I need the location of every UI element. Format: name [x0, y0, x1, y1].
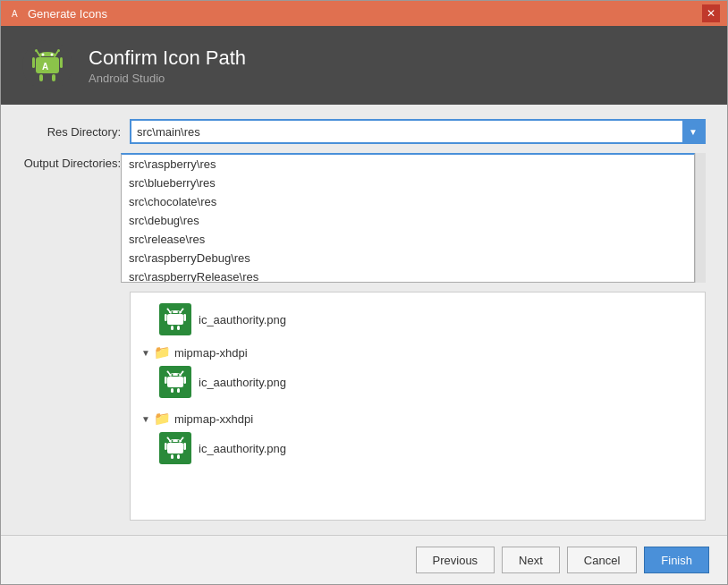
svg-rect-46	[167, 443, 183, 454]
file-tree-container: ic_aauthority.png ▼ 📁 mipmap-xhdpi	[130, 292, 706, 521]
svg-rect-50	[177, 454, 180, 459]
svg-point-32	[172, 374, 174, 376]
dropdown-list[interactable]: src\raspberry\ressrc\blueberry\ressrc\ch…	[121, 153, 695, 283]
scrollbar-track[interactable]	[695, 153, 706, 283]
svg-point-19	[182, 309, 184, 310]
window-title: Generate Icons	[28, 7, 107, 21]
title-bar-left: A Generate Icons	[8, 6, 107, 21]
svg-rect-34	[167, 377, 183, 387]
svg-point-31	[182, 371, 184, 373]
top-file-name: ic_aauthority.png	[199, 313, 286, 326]
svg-rect-10	[32, 57, 35, 68]
svg-rect-48	[184, 443, 187, 450]
header-title: Confirm Icon Path	[89, 47, 246, 70]
svg-point-44	[172, 440, 174, 442]
svg-point-29	[167, 371, 169, 373]
file-icon-top	[159, 303, 191, 335]
svg-rect-36	[184, 377, 187, 384]
svg-rect-35	[165, 377, 167, 384]
svg-rect-11	[60, 57, 63, 68]
output-dropdown-wrapper: src\raspberry\ressrc\blueberry\ressrc\ch…	[121, 153, 706, 283]
folder-xxhdpi[interactable]: ▼ 📁 mipmap-xxhdpi	[131, 409, 705, 428]
app-icon: A	[8, 6, 22, 21]
folder-name-xhdpi: mipmap-xhdpi	[174, 346, 248, 360]
dropdown-list-item[interactable]: src\raspberry\res	[122, 155, 694, 174]
svg-rect-23	[165, 314, 167, 321]
res-dir-label: Res Directory:	[22, 125, 121, 139]
output-dir-label: Output Directories:	[22, 153, 121, 170]
svg-point-43	[182, 437, 184, 439]
svg-rect-13	[52, 74, 55, 81]
file-name-xhdpi: ic_aauthority.png	[199, 376, 286, 389]
output-row-wrapper: Output Directories: src\raspberry\ressrc…	[22, 153, 706, 283]
svg-rect-25	[171, 326, 174, 330]
finish-button[interactable]: Finish	[644, 547, 709, 573]
tree-file-xhdpi: ic_aauthority.png	[131, 362, 705, 402]
svg-point-17	[167, 309, 169, 310]
content-area: Res Directory: src\main\res ▼ Output Dir…	[1, 105, 727, 535]
header-band: A Confirm Icon Path Android Studio	[1, 26, 727, 105]
tree-section-xxhdpi: ▼ 📁 mipmap-xxhdpi	[131, 405, 705, 471]
folder-icon-xhdpi: 📁	[154, 344, 171, 360]
svg-rect-26	[177, 326, 180, 330]
file-name-xxhdpi: ic_aauthority.png	[199, 442, 286, 455]
svg-point-45	[178, 440, 180, 442]
footer: Previous Next Cancel Finish	[1, 535, 727, 584]
svg-point-4	[35, 49, 38, 52]
dropdown-list-item[interactable]: src\chocolate\res	[122, 192, 694, 211]
svg-text:A: A	[12, 9, 18, 19]
dropdown-list-item[interactable]: src\raspberryRelease\res	[122, 267, 694, 283]
dropdown-list-item[interactable]: src\raspberryDebug\res	[122, 249, 694, 267]
svg-rect-49	[171, 454, 174, 459]
cancel-button[interactable]: Cancel	[567, 547, 637, 573]
dropdown-list-item[interactable]: src\debug\res	[122, 211, 694, 230]
svg-rect-38	[177, 388, 180, 393]
folder-name-xxhdpi: mipmap-xxhdpi	[174, 412, 253, 426]
previous-button[interactable]: Previous	[416, 547, 495, 573]
svg-rect-37	[171, 388, 174, 393]
svg-rect-12	[39, 74, 43, 81]
header-subtitle: Android Studio	[89, 72, 246, 85]
file-icon-xxhdpi	[159, 432, 191, 464]
android-studio-logo: A	[22, 40, 72, 90]
tree-section-xhdpi: ▼ 📁 mipmap-xhdpi	[131, 339, 705, 405]
svg-text:A: A	[42, 62, 48, 72]
tree-file-top: ic_aauthority.png	[131, 300, 705, 339]
header-text: Confirm Icon Path Android Studio	[89, 47, 246, 85]
folder-arrow-xxhdpi: ▼	[141, 414, 150, 424]
svg-point-41	[167, 437, 169, 439]
svg-point-21	[178, 311, 180, 313]
svg-point-33	[178, 374, 180, 376]
svg-rect-22	[167, 314, 183, 325]
svg-rect-24	[184, 314, 187, 321]
res-dir-row: Res Directory: src\main\res ▼	[22, 119, 706, 144]
close-button[interactable]: ✕	[702, 4, 720, 22]
svg-point-8	[51, 54, 54, 56]
res-dir-select[interactable]: src\main\res ▼	[130, 119, 706, 144]
dropdown-list-item[interactable]: src\release\res	[122, 230, 694, 249]
folder-arrow-xhdpi: ▼	[141, 348, 150, 358]
svg-point-7	[42, 54, 45, 56]
next-button[interactable]: Next	[502, 547, 560, 573]
file-icon-xhdpi	[159, 366, 191, 398]
res-dir-value: src\main\res	[137, 125, 200, 139]
main-window: A Generate Icons ✕	[0, 0, 728, 585]
dropdown-list-item[interactable]: src\blueberry\res	[122, 174, 694, 192]
svg-point-20	[172, 311, 174, 313]
dropdown-arrow-icon[interactable]: ▼	[682, 121, 704, 142]
folder-xhdpi[interactable]: ▼ 📁 mipmap-xhdpi	[131, 343, 705, 362]
folder-icon-xxhdpi: 📁	[154, 411, 171, 427]
svg-rect-47	[165, 443, 167, 450]
tree-file-xxhdpi: ic_aauthority.png	[131, 428, 705, 468]
svg-point-6	[57, 49, 60, 52]
title-bar: A Generate Icons ✕	[1, 1, 727, 26]
